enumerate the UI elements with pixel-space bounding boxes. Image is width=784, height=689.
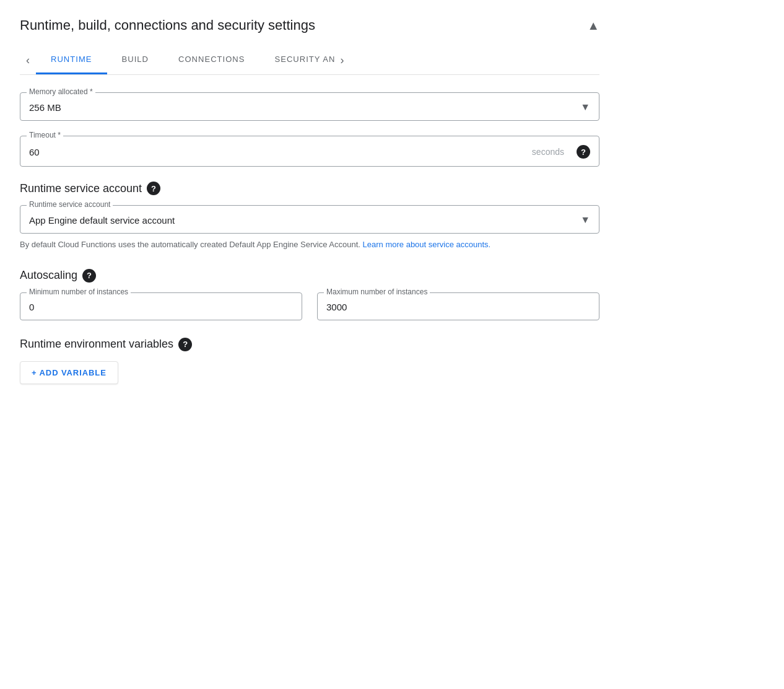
tab-connections[interactable]: CONNECTIONS [163,46,260,74]
env-vars-title: Runtime environment variables ? [20,338,599,351]
runtime-service-account-value: App Engine default service account [29,215,175,226]
max-instances-value: 3000 [326,302,347,312]
runtime-service-account-section: Runtime service account ? Runtime servic… [20,182,599,252]
runtime-service-account-title: Runtime service account ? [20,182,599,195]
autoscaling-section: Autoscaling ? Minimum number of instance… [20,269,599,320]
env-vars-help-icon[interactable]: ? [178,338,192,351]
page-header: Runtime, build, connections and security… [20,17,599,33]
timeout-value: 60 [29,147,40,157]
runtime-service-account-dropdown-arrow: ▼ [580,214,590,226]
autoscaling-help-icon[interactable]: ? [82,269,96,283]
autoscaling-row: Minimum number of instances 0 Maximum nu… [20,292,599,320]
memory-dropdown-arrow: ▼ [580,102,590,113]
tab-arrow-right[interactable]: › [334,49,351,72]
runtime-service-account-description: By default Cloud Functions uses the auto… [20,239,599,252]
add-variable-button[interactable]: + ADD VARIABLE [20,361,118,384]
tab-build[interactable]: BUILD [107,46,164,74]
learn-more-link[interactable]: Learn more about service accounts. [363,240,491,249]
runtime-service-account-field-label: Runtime service account [27,200,113,209]
page-title: Runtime, build, connections and security… [20,17,315,33]
runtime-service-account-dropdown[interactable]: Runtime service account App Engine defau… [20,205,599,234]
memory-dropdown[interactable]: Memory allocated * 256 MB ▼ [20,92,599,121]
max-instances-label: Maximum number of instances [324,287,430,296]
memory-value: 256 MB [29,102,61,113]
timeout-field[interactable]: Timeout * 60 seconds ? [20,136,599,167]
env-vars-section: Runtime environment variables ? + ADD VA… [20,338,599,384]
memory-field-group: Memory allocated * 256 MB ▼ [20,92,599,121]
runtime-service-account-help-icon[interactable]: ? [147,182,160,195]
timeout-field-group: Timeout * 60 seconds ? [20,136,599,167]
tab-arrow-left[interactable]: ‹ [20,49,36,72]
min-instances-value: 0 [29,302,34,312]
memory-label: Memory allocated * [27,87,95,96]
timeout-label: Timeout * [27,131,63,139]
tabs-bar: ‹ RUNTIME BUILD CONNECTIONS SECURITY AND… [20,46,599,75]
max-instances-field[interactable]: Maximum number of instances 3000 [317,292,599,320]
collapse-icon[interactable]: ▲ [587,19,599,33]
autoscaling-title: Autoscaling ? [20,269,599,283]
min-instances-label: Minimum number of instances [27,287,131,296]
min-instances-field[interactable]: Minimum number of instances 0 [20,292,302,320]
timeout-help-icon[interactable]: ? [577,145,590,159]
tab-runtime[interactable]: RUNTIME [36,46,107,74]
tab-security[interactable]: SECURITY AND [260,46,334,74]
timeout-unit: seconds [532,147,564,157]
